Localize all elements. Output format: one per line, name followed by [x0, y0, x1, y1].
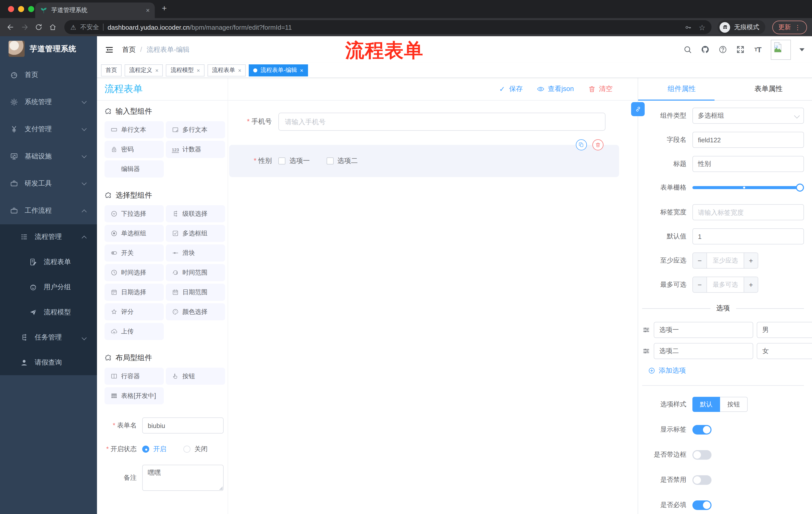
component-单选框组[interactable]: 单选框组 [105, 225, 164, 242]
delete-field-button[interactable] [592, 139, 604, 151]
component-按钮[interactable]: 按钮 [166, 368, 225, 385]
sidebar-item-流程管理[interactable]: 流程管理 [0, 224, 97, 249]
minus-button[interactable]: − [693, 277, 707, 292]
toggle-显示标签[interactable] [692, 425, 712, 434]
type-select[interactable] [692, 108, 804, 124]
phone-field-row[interactable]: 手机号 [229, 113, 619, 131]
label-width-input[interactable] [692, 204, 804, 220]
sidebar-item-流程模型[interactable]: 流程模型 [0, 300, 97, 325]
new-tab-button[interactable]: + [162, 4, 167, 12]
resize-grip-icon[interactable] [219, 486, 223, 490]
gender-option-1[interactable]: 选项一 [279, 156, 310, 165]
component-级联选择[interactable]: 级联选择 [166, 205, 225, 222]
chevron-down-icon[interactable] [800, 48, 805, 51]
tab-component-props[interactable]: 组件属性 [638, 78, 725, 100]
component-评分[interactable]: 评分 [105, 303, 164, 320]
github-icon[interactable] [700, 45, 709, 54]
sidebar-item-系统管理[interactable]: 系统管理 [0, 88, 97, 116]
component-日期选择[interactable]: 日期选择 [105, 283, 164, 301]
component-多选框组[interactable]: 多选框组 [166, 225, 225, 242]
grid-slider[interactable] [692, 186, 800, 189]
fullscreen-icon[interactable] [736, 45, 745, 54]
sidebar-item-请假查询[interactable]: 请假查询 [0, 350, 97, 375]
sidebar-item-流程表单[interactable]: 流程表单 [0, 249, 97, 275]
tag-close-icon[interactable]: × [300, 67, 303, 73]
back-icon[interactable] [5, 22, 16, 33]
clear-button[interactable]: 清空 [588, 84, 612, 93]
tag-流程表单[interactable]: 流程表单× [207, 64, 246, 76]
status-on-label[interactable]: 开启 [153, 444, 166, 454]
option-label-input[interactable] [654, 322, 753, 338]
title-input[interactable] [692, 156, 804, 172]
tag-流程模型[interactable]: 流程模型× [166, 64, 204, 76]
tag-close-icon[interactable]: × [197, 67, 200, 73]
option-value-input[interactable] [757, 343, 812, 359]
component-表格[开发中][interactable]: 表格[开发中] [105, 387, 164, 404]
component-开关[interactable]: 开关 [105, 244, 164, 262]
component-上传[interactable]: 上传 [105, 323, 164, 340]
style-button-button[interactable]: 按钮 [720, 397, 748, 412]
browser-menu-icon[interactable]: ⋮ [794, 24, 801, 30]
form-name-input[interactable] [142, 417, 224, 434]
link-drawer-tab[interactable] [631, 102, 645, 116]
browser-update-button[interactable]: 更新 ⋮ [772, 20, 807, 34]
component-密码[interactable]: 密码 [105, 141, 164, 158]
browser-tab[interactable]: 芋道管理系统 × [35, 2, 155, 18]
selected-field-block[interactable]: 性别 选项一 选项二 [229, 145, 619, 177]
sidebar-item-工作流程[interactable]: 工作流程 [0, 197, 97, 224]
tab-form-props[interactable]: 表单属性 [725, 78, 812, 100]
forward-icon[interactable] [19, 22, 30, 33]
tab-close-icon[interactable]: × [146, 6, 150, 14]
checkbox-icon[interactable] [326, 157, 334, 164]
component-时间选择[interactable]: 时间选择 [105, 264, 164, 281]
avatar[interactable] [771, 39, 791, 60]
field-name-input[interactable] [692, 132, 804, 148]
component-滑块[interactable]: 滑块 [166, 244, 225, 262]
component-多行文本[interactable]: 多行文本 [166, 121, 225, 138]
minus-button[interactable]: − [693, 253, 707, 268]
style-default-button[interactable]: 默认 [692, 397, 720, 412]
option-label-input[interactable] [654, 343, 753, 359]
phone-input[interactable] [279, 113, 606, 131]
remark-textarea[interactable]: 嘿嘿 [142, 465, 224, 491]
component-计数器[interactable]: 123计数器 [166, 141, 225, 158]
slider-handle[interactable] [796, 184, 804, 192]
home-icon[interactable] [47, 22, 58, 33]
status-on-radio[interactable] [142, 445, 149, 453]
sidebar-item-用户分组[interactable]: 用户分组 [0, 275, 97, 300]
gender-option-2[interactable]: 选项二 [326, 156, 358, 165]
status-off-label[interactable]: 关闭 [195, 444, 207, 454]
sidebar-item-支付管理[interactable]: 支付管理 [0, 116, 97, 143]
component-编辑器[interactable]: 编辑器 [105, 160, 164, 178]
status-off-radio[interactable] [183, 445, 191, 453]
password-key-icon[interactable] [684, 23, 692, 31]
component-单行文本[interactable]: 单行文本 [105, 121, 164, 138]
option-value-input[interactable] [757, 322, 812, 338]
tag-流程定义[interactable]: 流程定义× [125, 64, 163, 76]
help-icon[interactable] [718, 45, 727, 54]
zoom-window-button[interactable] [28, 6, 34, 12]
component-颜色选择[interactable]: 颜色选择 [166, 303, 225, 320]
reload-icon[interactable] [33, 22, 44, 33]
copy-field-button[interactable] [576, 139, 587, 151]
toggle-是否带边框[interactable] [692, 450, 712, 459]
plus-button[interactable]: + [744, 277, 758, 292]
sidebar-item-任务管理[interactable]: 任务管理 [0, 325, 97, 350]
drag-handle-icon[interactable] [642, 326, 650, 334]
save-button[interactable]: ✓ 保存 [498, 84, 523, 93]
collapse-sidebar-icon[interactable] [105, 46, 114, 54]
tag-close-icon[interactable]: × [238, 67, 241, 73]
drag-handle-icon[interactable] [642, 347, 650, 355]
sidebar-item-研发工具[interactable]: 研发工具 [0, 170, 97, 197]
toggle-是否禁用[interactable] [692, 475, 712, 485]
close-window-button[interactable] [8, 6, 14, 12]
component-下拉选择[interactable]: 下拉选择 [105, 205, 164, 222]
view-json-button[interactable]: 查看json [536, 84, 574, 93]
breadcrumb-home[interactable]: 首页 [122, 45, 136, 54]
minimize-window-button[interactable] [18, 6, 24, 12]
tag-close-icon[interactable]: × [155, 67, 158, 73]
component-时间范围[interactable]: 时间范围 [166, 264, 225, 281]
default-value-input[interactable] [692, 228, 804, 244]
toggle-是否必填[interactable] [692, 500, 712, 510]
checkbox-icon[interactable] [279, 157, 285, 164]
